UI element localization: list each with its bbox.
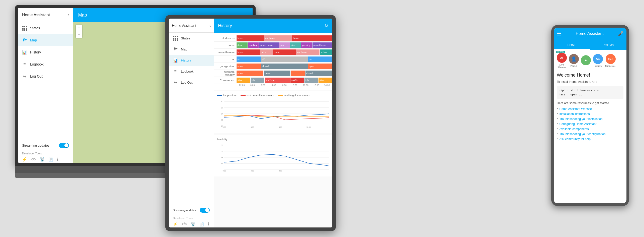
- legend-nest-target: nest target temperature: [278, 94, 310, 97]
- history-row-garage-door: garage door open closed open: [214, 63, 332, 70]
- sensor-temperature: 15.6 Temperat...: [605, 54, 616, 67]
- hbar: open: [237, 71, 263, 76]
- tablet-streaming-label: Streaming updates: [173, 209, 196, 212]
- time-tick: 14:00: [322, 84, 332, 86]
- time-tick: 6:00: [279, 84, 290, 86]
- tablet-nav-history-label: History: [181, 58, 191, 62]
- list-icon: ≡: [22, 62, 27, 67]
- dev-icon-file[interactable]: 📄: [48, 157, 53, 162]
- laptop-sidebar-toggle[interactable]: ‹: [67, 12, 69, 18]
- history-row-ac: ac on off on: [214, 56, 332, 63]
- tablet-dev-tools-label: Developer Tools: [169, 215, 214, 221]
- history-label-chromecast: Chromecast: [214, 79, 237, 82]
- map-zoom-controls[interactable]: + −: [76, 25, 82, 38]
- hbar: disar...: [237, 42, 248, 48]
- history-timeline: all devices home not home home home disa…: [214, 33, 332, 90]
- humidity-chart-section: humidity 56 52 48 44 0:00: [214, 135, 332, 176]
- hbar: YouTube: [265, 78, 290, 83]
- avatar-label-paulus: Paulus: [570, 65, 577, 67]
- hbar: closed: [264, 71, 290, 76]
- tablet-nav-map-label: Map: [181, 47, 187, 51]
- laptop-nav-logout[interactable]: ↪ Log Out: [18, 70, 73, 82]
- resource-troubleshoot-install[interactable]: Troubleshooting your installation: [557, 116, 623, 122]
- laptop-nav-states[interactable]: States: [18, 22, 73, 34]
- phone-tab-home[interactable]: HOME: [554, 43, 590, 50]
- history-label-anne-therese: anne therese: [214, 51, 237, 54]
- hbar: open: [237, 64, 261, 69]
- temperature-chart-svg: 30 27 24 21 18 0:00 4:00 8:00 12:00: [217, 99, 329, 129]
- phone-topbar: Home Assistant 🎤: [554, 28, 626, 40]
- tablet-sidebar-header: Home Assistant ‹: [169, 19, 214, 33]
- humidity-chart-title: humidity: [217, 138, 329, 141]
- microphone-icon[interactable]: 🎤: [618, 31, 623, 36]
- tablet-dev-icon-4[interactable]: 📄: [199, 222, 204, 226]
- hbar: pending: [248, 42, 259, 48]
- tablet-dev-icon-2[interactable]: </>: [181, 222, 187, 226]
- history-row-chromecast: Chromecast Plex idle YouTube Netflix idl…: [214, 77, 332, 84]
- tablet-nav-history[interactable]: 📊 History: [169, 55, 214, 66]
- history-bars-chromecast: Plex idle YouTube Netflix idle Plex: [237, 78, 332, 83]
- history-row-all-devices: all devices home not home home: [214, 35, 332, 42]
- tablet-nav-logout[interactable]: ↪ Log Out: [169, 77, 214, 88]
- zoom-out-button[interactable]: −: [76, 31, 82, 38]
- resource-troubleshoot-config[interactable]: Troubleshooting your configuration: [557, 132, 623, 137]
- tablet-sidebar-toggle[interactable]: ‹: [209, 23, 211, 28]
- tablet-sidebar-nav: States 🗺 Map 📊 History ≡ Logbook: [169, 33, 214, 88]
- legend-dot-nest-current: [241, 95, 246, 96]
- humidity-label: Humidity: [593, 65, 602, 67]
- history-bars-ac: on off on: [237, 56, 332, 62]
- resource-ask-community[interactable]: Ask community for help: [557, 137, 623, 142]
- history-bars-home: disar... pending armed home pen... disa.…: [237, 42, 332, 48]
- hbar: nol ho...: [260, 49, 273, 55]
- hbar: closed: [305, 71, 332, 76]
- logout-icon: ↪: [22, 74, 27, 79]
- laptop-streaming-toggle[interactable]: [59, 143, 69, 148]
- svg-text:8:00: 8:00: [279, 170, 282, 172]
- tablet-nav-states-label: States: [181, 36, 190, 40]
- tablet-dev-icon-1[interactable]: ⚡: [173, 222, 178, 226]
- laptop-nav-map-label: Map: [30, 38, 37, 42]
- resource-available-components[interactable]: Available components: [557, 127, 623, 132]
- tablet-dev-icon-3[interactable]: 📡: [191, 222, 196, 226]
- dev-icon-info[interactable]: ℹ: [57, 157, 58, 162]
- tablet-nav-map[interactable]: 🗺 Map: [169, 44, 214, 55]
- tablet-nav-logbook[interactable]: ≡ Logbook: [169, 66, 214, 77]
- phone-topbar-title: Home Assistant: [576, 31, 603, 36]
- history-label-ac: ac: [214, 58, 237, 61]
- tablet-dev-icon-5[interactable]: ℹ: [208, 222, 209, 226]
- phone-tab-rooms[interactable]: ROOMS: [590, 43, 626, 50]
- laptop-nav-history[interactable]: 📊 History: [18, 46, 73, 58]
- hbar: off: [261, 56, 308, 62]
- dev-icon-template[interactable]: ⚡: [22, 157, 27, 162]
- tablet-topbar-title: History: [218, 23, 232, 28]
- dev-icon-code[interactable]: </>: [31, 157, 36, 162]
- resource-ha-website[interactable]: Home Assistant Website: [557, 106, 623, 111]
- laptop-sidebar: Home Assistant ‹ States 🗺 Map: [18, 8, 73, 163]
- sensor-humidity: 54 Humidity: [593, 54, 603, 67]
- hbar: closed: [261, 64, 308, 69]
- refresh-icon[interactable]: ↻: [325, 23, 328, 28]
- tablet-streaming-toggle[interactable]: [200, 208, 210, 213]
- hbar: home: [292, 35, 332, 41]
- time-tick: 0:00: [247, 84, 258, 86]
- time-tick: 4:00: [268, 84, 279, 86]
- zoom-in-button[interactable]: +: [76, 25, 82, 31]
- hbar: on: [237, 56, 261, 62]
- laptop-sidebar-header: Home Assistant ‹: [18, 8, 73, 22]
- avatar-circle-paulus: 👤: [569, 54, 579, 64]
- svg-text:0:00: 0:00: [223, 170, 226, 172]
- tablet-nav-states[interactable]: States: [169, 33, 214, 44]
- laptop-nav-map[interactable]: 🗺 Map: [18, 34, 73, 46]
- history-row-bedroom-window: bedroom window open closed o... closed: [214, 70, 332, 77]
- temperature-chart-section: temperature nest current temperature nes…: [214, 91, 332, 133]
- hamburger-icon[interactable]: [557, 32, 561, 35]
- laptop-nav-logbook[interactable]: ≡ Logbook: [18, 58, 73, 70]
- resource-install-instructions[interactable]: Installation instructions: [557, 111, 623, 116]
- chart-legend: temperature nest current temperature nes…: [217, 94, 329, 97]
- resource-configuring-ha[interactable]: Configuring Home Assistant: [557, 122, 623, 127]
- dev-icon-wifi[interactable]: 📡: [40, 157, 45, 162]
- svg-text:12:00: 12:00: [306, 126, 311, 128]
- legend-temperature: temperature: [217, 94, 237, 97]
- hbar: open: [308, 64, 332, 69]
- history-label-bedroom-window: bedroom window: [214, 70, 237, 76]
